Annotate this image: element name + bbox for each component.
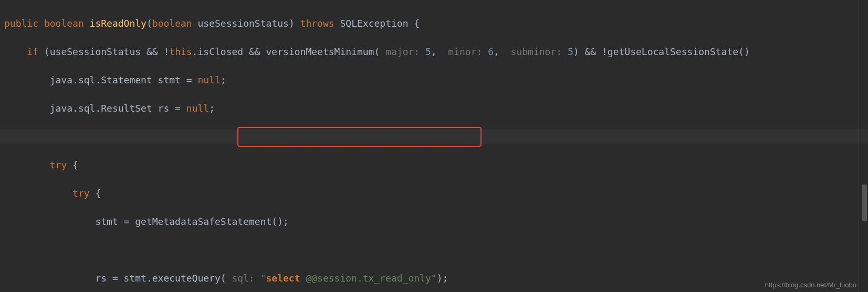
watermark-text: https://blog.csdn.net/Mr_luobo: [765, 281, 856, 289]
code-line: stmt = getMetadataSafeStatement();: [0, 214, 868, 229]
text: ;: [209, 103, 215, 114]
keyword-throws: throws: [300, 18, 334, 29]
keyword-null: null: [197, 74, 220, 85]
code-line: if (useSessionStatus && !this.isClosed &…: [0, 45, 868, 59]
keyword-boolean: boolean: [44, 18, 84, 29]
inlay-hint: major:: [380, 46, 425, 57]
keyword-boolean: boolean: [152, 18, 192, 29]
number-literal: 5: [568, 46, 573, 57]
keyword-if: if: [27, 46, 38, 57]
inlay-hint: minor:: [437, 46, 488, 57]
text: (useSessionStatus && !: [38, 46, 169, 57]
code-editor[interactable]: public boolean isReadOnly(boolean useSes…: [0, 0, 868, 292]
text: ,: [494, 46, 499, 57]
text: (: [147, 18, 152, 29]
code-line: try {: [0, 158, 868, 172]
type-name: SQLException: [340, 18, 408, 29]
keyword-try: try: [72, 188, 90, 199]
code-line: java.sql.ResultSet rs = null;: [0, 101, 868, 115]
code-line: rs = stmt.executeQuery( sql: "select @@s…: [0, 271, 868, 285]
keyword-public: public: [4, 18, 38, 29]
string-literal: ": [260, 273, 266, 284]
text: rs = stmt.executeQuery(: [95, 273, 226, 284]
code-line: [0, 243, 868, 257]
text: java.sql.ResultSet rs =: [50, 103, 186, 114]
code-line: [0, 129, 868, 144]
inlay-hint: subminor:: [499, 46, 568, 57]
keyword-this: this: [169, 46, 192, 57]
sql-keyword: select: [266, 273, 300, 284]
code-line: java.sql.Statement stmt = null;: [0, 73, 868, 87]
string-literal: @@session.tx_read_only": [300, 273, 437, 284]
text: stmt = getMetadataSafeStatement();: [95, 216, 288, 227]
text: java.sql.Statement stmt =: [50, 74, 198, 85]
code-line: try {: [0, 186, 868, 200]
keyword-try: try: [50, 159, 67, 170]
method-name: isReadOnly: [90, 18, 147, 29]
text: {: [409, 18, 420, 29]
code-line: public boolean isReadOnly(boolean useSes…: [0, 16, 868, 30]
text: ;: [221, 74, 226, 85]
inlay-hint: sql:: [226, 273, 260, 284]
keyword-null: null: [186, 103, 209, 114]
number-literal: 5: [425, 46, 431, 57]
text: {: [90, 188, 101, 199]
text: {: [67, 159, 78, 170]
text: ) && !getUseLocalSessionState(): [573, 46, 750, 57]
text: .isClosed && versionMeetsMinimum(: [192, 46, 380, 57]
text: ): [289, 18, 295, 29]
number-literal: 6: [488, 46, 494, 57]
text: ,: [431, 46, 437, 57]
param-name: useSessionStatus: [198, 18, 289, 29]
text: );: [437, 273, 448, 284]
